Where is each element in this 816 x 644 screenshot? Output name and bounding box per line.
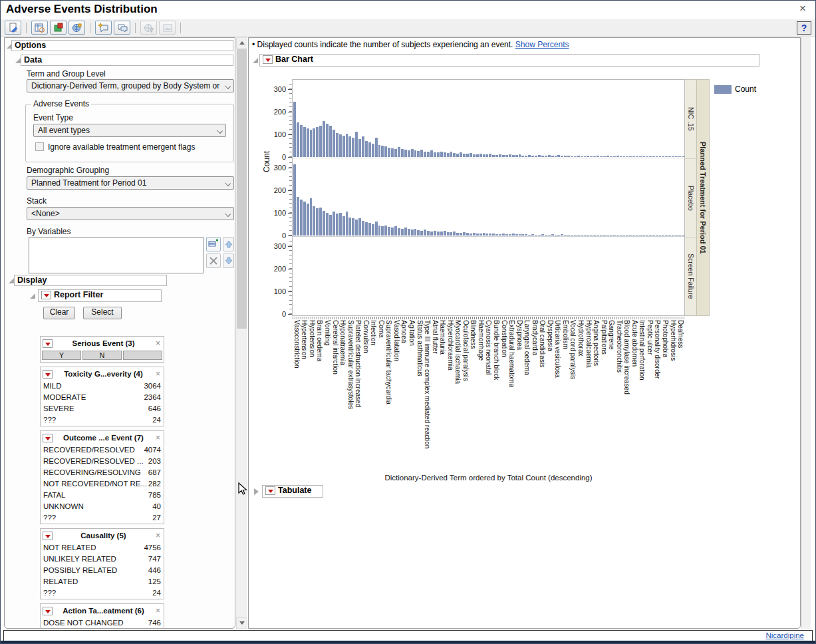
close-icon[interactable]: × — [154, 606, 162, 615]
bar[interactable] — [607, 235, 609, 236]
bar[interactable] — [668, 235, 671, 236]
bar[interactable] — [310, 130, 313, 157]
bar[interactable] — [326, 124, 329, 157]
bar[interactable] — [303, 127, 306, 157]
bar[interactable] — [672, 156, 674, 157]
bar[interactable] — [512, 155, 515, 157]
bar[interactable] — [538, 235, 541, 236]
by-variables-listbox[interactable] — [29, 237, 204, 273]
bar[interactable] — [509, 154, 511, 157]
bar[interactable] — [525, 234, 527, 236]
filter-row[interactable]: UNLIKELY RELATED747 — [41, 554, 164, 565]
bar[interactable] — [636, 235, 638, 236]
red-triangle-icon[interactable] — [43, 607, 53, 615]
bar[interactable] — [515, 155, 518, 157]
globe-report-icon[interactable] — [68, 21, 85, 35]
filter-row[interactable]: RECOVERED/RESOLVED4074 — [41, 444, 164, 456]
bar[interactable] — [483, 154, 485, 157]
bar[interactable] — [636, 156, 638, 157]
bar[interactable] — [590, 235, 593, 236]
bar[interactable] — [384, 146, 387, 157]
bar[interactable] — [378, 226, 381, 236]
bar[interactable] — [528, 155, 531, 157]
bar[interactable] — [348, 218, 351, 236]
bar[interactable] — [485, 234, 488, 236]
bar[interactable] — [623, 156, 626, 157]
filter-row[interactable]: NOT RELATED4756 — [41, 542, 164, 554]
bar[interactable] — [531, 234, 534, 236]
data-header[interactable]: Data — [21, 55, 233, 66]
bar[interactable] — [401, 149, 404, 157]
bar[interactable] — [492, 155, 495, 157]
bar[interactable] — [646, 235, 648, 236]
bar[interactable] — [593, 235, 596, 236]
picture-icon[interactable] — [159, 21, 176, 35]
bar[interactable] — [668, 156, 671, 157]
bar[interactable] — [597, 235, 599, 236]
bar[interactable] — [642, 156, 645, 157]
bar[interactable] — [411, 149, 414, 157]
bar[interactable] — [348, 136, 351, 157]
bar[interactable] — [437, 232, 440, 236]
collapse-triangle-tabulate[interactable] — [254, 488, 259, 495]
bar[interactable] — [300, 200, 303, 236]
bar[interactable] — [417, 230, 420, 236]
show-notes-icon[interactable] — [114, 21, 130, 35]
bar[interactable] — [502, 234, 505, 236]
journal-icon[interactable] — [50, 21, 67, 35]
bar[interactable] — [567, 235, 570, 236]
bar[interactable] — [456, 233, 459, 236]
bar[interactable] — [388, 227, 390, 236]
bar[interactable] — [310, 198, 313, 236]
demographic-dropdown[interactable]: Planned Treatment for Period 01 — [27, 176, 234, 190]
bar[interactable] — [414, 229, 417, 236]
bar[interactable] — [603, 156, 606, 157]
bar[interactable] — [466, 154, 469, 157]
bar[interactable] — [408, 229, 410, 236]
remove-variable-icon[interactable] — [206, 253, 221, 268]
bar[interactable] — [447, 232, 450, 236]
bar[interactable] — [571, 235, 573, 236]
bar[interactable] — [368, 142, 371, 157]
bar[interactable] — [375, 222, 378, 236]
bar[interactable] — [577, 235, 580, 236]
bar[interactable] — [613, 156, 616, 157]
bar[interactable] — [434, 152, 436, 157]
filter-option-button[interactable] — [123, 351, 162, 360]
bar[interactable] — [420, 150, 423, 157]
bar[interactable] — [408, 150, 410, 157]
bar[interactable] — [538, 155, 541, 157]
bar[interactable] — [297, 197, 299, 236]
bar[interactable] — [656, 235, 658, 236]
bar[interactable] — [495, 234, 498, 236]
red-triangle-icon[interactable] — [43, 532, 53, 540]
bar[interactable] — [333, 212, 335, 236]
bar[interactable] — [649, 235, 652, 236]
collapse-triangle-display[interactable] — [9, 278, 14, 283]
bar[interactable] — [587, 235, 590, 236]
stack-dropdown[interactable]: <None> — [27, 207, 234, 220]
bar[interactable] — [293, 102, 296, 157]
bar[interactable] — [440, 232, 443, 236]
bar[interactable] — [342, 136, 345, 157]
bar[interactable] — [682, 235, 684, 236]
bar[interactable] — [620, 156, 622, 157]
bar[interactable] — [466, 233, 469, 236]
bar[interactable] — [561, 234, 563, 236]
bar[interactable] — [329, 126, 332, 157]
bar[interactable] — [505, 155, 508, 157]
bar[interactable] — [427, 231, 430, 236]
bar[interactable] — [323, 121, 325, 157]
filter-row[interactable]: ???27 — [41, 512, 164, 524]
bar[interactable] — [372, 224, 374, 236]
bar[interactable] — [391, 148, 394, 157]
bar[interactable] — [555, 235, 557, 236]
report-filter-header[interactable]: Report Filter — [38, 289, 162, 302]
term-group-dropdown[interactable]: Dictionary-Derived Term, grouped by Body… — [27, 79, 234, 92]
bar[interactable] — [473, 233, 476, 236]
filter-row[interactable]: NOT RECOVERED/NOT RE...282 — [41, 478, 164, 490]
add-note-icon[interactable] — [95, 21, 112, 35]
bar[interactable] — [610, 235, 612, 236]
event-type-dropdown[interactable]: All event types — [33, 124, 226, 137]
bar[interactable] — [355, 220, 358, 236]
